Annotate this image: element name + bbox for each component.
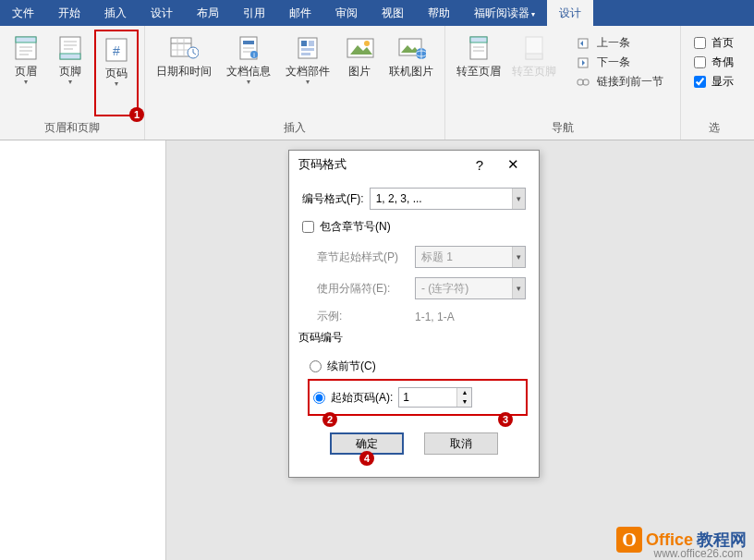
number-format-combobox[interactable]: 1, 2, 3, ... ▾	[370, 188, 526, 210]
tab-layout[interactable]: 布局	[185, 0, 231, 26]
header-label: 页眉	[15, 65, 37, 78]
continue-previous-radio[interactable]	[310, 360, 322, 372]
example-label: 示例:	[317, 309, 409, 324]
group-insert-label: 插入	[284, 116, 306, 140]
nav-link-label: 链接到前一节	[597, 74, 663, 90]
chevron-down-icon: ▾	[512, 189, 525, 209]
chevron-down-icon: ▾	[115, 79, 118, 88]
svg-rect-30	[301, 53, 310, 55]
nav-prev-label: 上一条	[597, 35, 630, 51]
quickparts-label: 文档部件	[286, 65, 330, 78]
link-icon	[577, 76, 591, 89]
spinner-up-icon[interactable]: ▲	[457, 388, 471, 397]
tab-design[interactable]: 设计	[139, 0, 185, 26]
odd-even-checkbox[interactable]	[694, 56, 706, 68]
datetime-label: 日期和时间	[156, 65, 212, 78]
nav-previous[interactable]: 上一条	[573, 33, 667, 53]
continue-previous-row[interactable]: 续前节(C)	[310, 356, 526, 377]
dialog-titlebar: 页码格式 ? ✕	[289, 151, 539, 178]
chevron-down-icon: ▾	[306, 78, 310, 86]
tab-view[interactable]: 视图	[370, 0, 416, 26]
chapter-style-combobox: 标题 1 ▾	[415, 246, 526, 268]
goto-header-label: 转至页眉	[456, 65, 501, 78]
goto-header-icon	[464, 33, 493, 63]
group-header-footer: 页眉 ▾ 页脚 ▾ # 页码 ▾ 1 页眉和页脚	[0, 26, 145, 140]
tab-insert[interactable]: 插入	[92, 0, 139, 26]
include-chapter-checkbox[interactable]	[302, 221, 314, 233]
goto-footer-button[interactable]: 转至页脚	[506, 30, 562, 116]
page-number-button[interactable]: # 页码 ▾ 1	[94, 30, 139, 116]
docinfo-icon: i	[234, 33, 263, 63]
online-picture-button[interactable]: 联机图片	[383, 30, 439, 116]
cancel-button[interactable]: 取消	[424, 432, 498, 455]
tab-foxit[interactable]: 福昕阅读器▾	[462, 0, 547, 26]
quickparts-icon	[293, 33, 322, 63]
group-opts-label: 选	[709, 116, 720, 140]
option-first-page[interactable]: 首页	[694, 33, 734, 53]
datetime-button[interactable]: 日期和时间	[151, 30, 217, 116]
online-picture-icon	[396, 33, 426, 63]
previous-icon	[577, 37, 591, 50]
header-button[interactable]: 页眉 ▾	[6, 30, 46, 116]
docinfo-button[interactable]: i 文档信息 ▾	[221, 30, 276, 116]
callout-2: 2	[322, 412, 337, 427]
callout-1: 1	[129, 107, 144, 122]
chevron-down-icon: ▾	[512, 278, 525, 298]
tab-home[interactable]: 开始	[46, 0, 92, 26]
start-at-input[interactable]	[399, 388, 456, 407]
tab-file[interactable]: 文件	[0, 0, 46, 26]
option-show[interactable]: 显示	[694, 72, 734, 91]
goto-header-button[interactable]: 转至页眉	[451, 30, 506, 116]
start-at-spinner[interactable]: ▲ ▼	[398, 387, 472, 408]
tab-designer[interactable]: 设计	[547, 0, 593, 26]
group-nav-label: 导航	[552, 116, 574, 140]
show-checkbox[interactable]	[694, 76, 706, 88]
svg-rect-21	[243, 41, 254, 44]
dialog-close-button[interactable]: ✕	[496, 156, 529, 173]
svg-rect-1	[16, 37, 36, 43]
svg-point-33	[364, 41, 370, 46]
include-chapter-label: 包含章节号(N)	[320, 219, 391, 235]
start-at-row[interactable]: 起始页码(A): ▲ ▼	[313, 384, 522, 410]
dialog-help-button[interactable]: ?	[463, 157, 496, 173]
tab-references[interactable]: 引用	[231, 0, 277, 26]
footer-label: 页脚	[59, 65, 81, 78]
svg-rect-40	[470, 37, 487, 43]
spinner-down-icon[interactable]: ▼	[457, 397, 471, 407]
nav-next[interactable]: 下一条	[573, 53, 667, 72]
ribbon-tabs: 文件 开始 插入 设计 布局 引用 邮件 审阅 视图 帮助 福昕阅读器▾ 设计	[0, 0, 754, 26]
svg-rect-28	[309, 41, 314, 46]
tab-mailings[interactable]: 邮件	[277, 0, 323, 26]
office-logo-icon: O	[616, 527, 642, 553]
picture-button[interactable]: 图片	[339, 30, 380, 116]
svg-rect-6	[60, 54, 80, 59]
page-number-label: 页码	[105, 67, 128, 79]
chevron-down-icon: ▾	[247, 78, 250, 86]
page-number-icon: #	[102, 35, 131, 65]
chapter-style-label: 章节起始样式(P)	[317, 250, 409, 265]
separator-label: 使用分隔符(E):	[317, 281, 409, 297]
start-at-label: 起始页码(A):	[331, 390, 393, 406]
svg-rect-44	[526, 54, 542, 59]
group-navigation: 转至页眉 转至页脚 上一条 下一条	[445, 26, 681, 140]
nav-next-label: 下一条	[597, 55, 630, 70]
dialog-title: 页码格式	[298, 156, 463, 173]
svg-text:#: #	[113, 43, 120, 58]
callout-3: 3	[498, 412, 513, 427]
chevron-down-icon: ▾	[512, 247, 525, 267]
picture-label: 图片	[348, 65, 371, 78]
watermark-url: www.office26.com	[654, 547, 744, 560]
start-at-radio[interactable]	[313, 392, 325, 404]
page-number-format-dialog: 页码格式 ? ✕ 编号格式(F): 1, 2, 3, ... ▾ 包含章节号(N…	[288, 150, 540, 478]
number-format-value: 1, 2, 3, ...	[376, 192, 422, 205]
first-page-checkbox[interactable]	[694, 37, 706, 49]
tab-review[interactable]: 审阅	[323, 0, 370, 26]
tab-help[interactable]: 帮助	[416, 0, 462, 26]
option-odd-even[interactable]: 奇偶	[694, 53, 734, 72]
ribbon: 页眉 ▾ 页脚 ▾ # 页码 ▾ 1 页眉和页脚	[0, 26, 754, 140]
quickparts-button[interactable]: 文档部件 ▾	[280, 30, 335, 116]
nav-link-previous[interactable]: 链接到前一节	[573, 72, 667, 91]
svg-rect-29	[301, 48, 314, 51]
online-picture-label: 联机图片	[389, 65, 433, 78]
footer-button[interactable]: 页脚 ▾	[50, 30, 91, 116]
